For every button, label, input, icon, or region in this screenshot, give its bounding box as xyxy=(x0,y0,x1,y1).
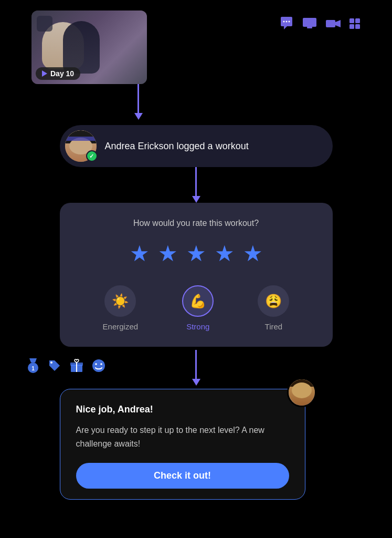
arrow-tip-2 xyxy=(192,196,200,203)
coach-card: Nice job, Andrea! Are you ready to step … xyxy=(60,389,305,500)
play-icon xyxy=(42,70,47,77)
star-2[interactable]: ★ xyxy=(158,241,178,266)
connector-2 xyxy=(192,167,200,203)
page-container: Day 10 xyxy=(10,11,382,500)
coach-avatar xyxy=(287,378,316,407)
strong-emoji: 💪 xyxy=(189,293,206,309)
feelings-row: ☀️ Energized 💪 Strong 😩 Tired xyxy=(81,285,312,331)
rating-card: How would you rate this workout? ★ ★ ★ ★… xyxy=(60,203,333,347)
svg-point-12 xyxy=(50,361,52,364)
arrow-tip-3 xyxy=(192,379,200,386)
coach-body: Are you ready to step it up to the next … xyxy=(76,423,289,450)
connector-line-1 xyxy=(137,84,139,113)
svg-text:1: 1 xyxy=(31,366,35,371)
star-1[interactable]: ★ xyxy=(130,241,150,266)
svg-point-1 xyxy=(286,21,288,23)
day-label: Day 10 xyxy=(50,69,74,78)
svg-rect-6 xyxy=(349,18,354,23)
bottom-row-connector: 1 xyxy=(10,347,382,389)
chat-icon[interactable] xyxy=(279,16,294,34)
feeling-energized[interactable]: ☀️ Energized xyxy=(103,285,139,331)
grid-icon[interactable] xyxy=(349,17,361,33)
workout-card: ✓ Andrea Erickson logged a workout xyxy=(60,125,333,167)
svg-rect-8 xyxy=(349,24,354,29)
svg-rect-4 xyxy=(307,27,312,28)
workout-logged-text: Andrea Erickson logged a workout xyxy=(105,141,249,152)
svg-rect-3 xyxy=(303,18,316,27)
check-icon: ✓ xyxy=(89,153,94,160)
energized-emoji: ☀️ xyxy=(112,293,129,309)
connector-line-2 xyxy=(195,167,197,196)
strong-emoji-circle: 💪 xyxy=(182,285,214,317)
svg-point-0 xyxy=(283,21,285,23)
svg-point-2 xyxy=(289,21,290,23)
energized-emoji-circle: ☀️ xyxy=(104,285,136,317)
connector-1 xyxy=(134,84,143,120)
bottom-icons: 1 xyxy=(26,357,106,378)
tired-emoji: 😩 xyxy=(265,293,282,309)
video-thumbnail[interactable]: Day 10 xyxy=(31,11,147,84)
svg-point-17 xyxy=(95,363,97,365)
tired-emoji-circle: 😩 xyxy=(258,285,289,317)
workout-logged-section: ✓ Andrea Erickson logged a workout xyxy=(10,125,382,167)
svg-rect-9 xyxy=(355,24,360,29)
coach-card-wrapper: Nice job, Andrea! Are you ready to step … xyxy=(60,389,333,500)
svg-point-16 xyxy=(92,359,105,372)
feeling-tired[interactable]: 😩 Tired xyxy=(258,285,289,331)
video-camera-icon[interactable] xyxy=(325,17,342,33)
smiley-icon[interactable] xyxy=(91,358,106,377)
energized-label: Energized xyxy=(103,322,139,331)
tired-label: Tired xyxy=(265,322,283,331)
stars-row: ★ ★ ★ ★ ★ xyxy=(81,241,312,266)
top-icons xyxy=(279,16,361,34)
medal-icon[interactable]: 1 xyxy=(26,357,40,378)
connector-line-3 xyxy=(195,350,197,379)
day-badge: Day 10 xyxy=(36,67,80,80)
coach-greeting: Nice job, Andrea! xyxy=(76,404,289,415)
user-avatar-wrapper: ✓ xyxy=(65,130,97,162)
feeling-strong[interactable]: 💪 Strong xyxy=(182,285,214,331)
screen-icon[interactable] xyxy=(302,17,317,33)
rating-question: How would you rate this workout? xyxy=(81,219,312,228)
tag-icon[interactable] xyxy=(47,358,62,377)
svg-rect-5 xyxy=(326,20,335,27)
svg-rect-7 xyxy=(355,18,360,23)
top-row: Day 10 xyxy=(10,11,382,84)
check-badge: ✓ xyxy=(86,150,98,162)
svg-point-18 xyxy=(100,363,102,365)
check-out-button[interactable]: Check it out! xyxy=(76,463,289,489)
gift-icon[interactable] xyxy=(69,358,84,377)
star-5[interactable]: ★ xyxy=(243,241,263,266)
star-4[interactable]: ★ xyxy=(215,241,235,266)
star-3[interactable]: ★ xyxy=(186,241,206,266)
strong-label: Strong xyxy=(186,322,209,331)
connector-3 xyxy=(192,350,200,386)
arrow-tip-1 xyxy=(134,113,143,120)
